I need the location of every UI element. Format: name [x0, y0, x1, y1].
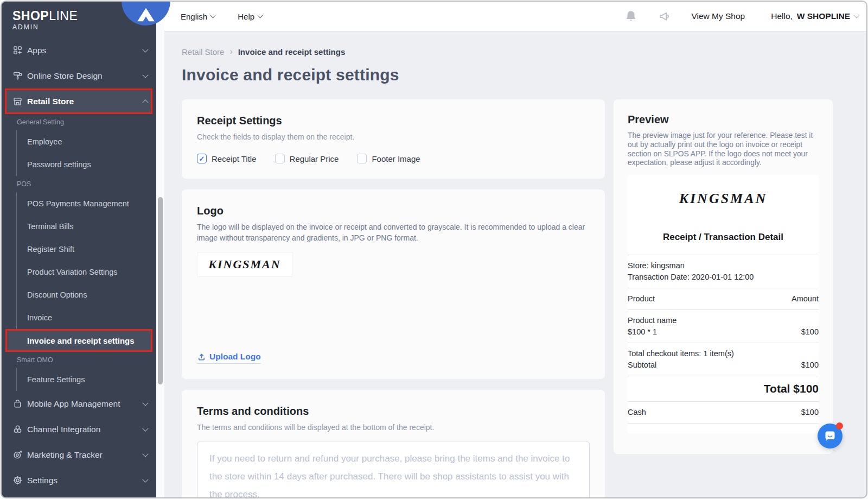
receipt-subtotal-amount: $100 — [801, 359, 819, 371]
storefront-icon — [12, 96, 23, 106]
sidebar-item-marketing-tracker[interactable]: Marketing & Tracker — [2, 442, 156, 468]
chevron-down-icon — [258, 12, 263, 18]
sidebar-item-product-variation-settings[interactable]: Product Variation Settings — [17, 261, 156, 283]
sidebar-item-retail-store[interactable]: Retail Store — [2, 89, 156, 114]
checkbox-unchecked-icon[interactable] — [357, 154, 367, 163]
receipt-item-qty: $100 * 1 — [628, 326, 657, 338]
sidebar-section-general-setting: General Setting — [2, 114, 156, 130]
chevron-down-icon — [142, 72, 148, 78]
checkbox-checked-icon[interactable] — [197, 154, 207, 163]
receipt-title: Receipt / Transaction Detail — [628, 232, 819, 243]
main-content: Retail Store › Invoice and receipt setti… — [164, 31, 866, 497]
sidebar-item-label: Retail Store — [27, 97, 74, 106]
sidebar-item-feature-settings[interactable]: Feature Settings — [17, 368, 156, 391]
receipt-subtotal-block: Total checkout items: 1 item(s) Subtotal… — [628, 343, 819, 376]
terms-title: Terms and conditions — [197, 405, 590, 418]
checkbox-unchecked-icon[interactable] — [275, 154, 285, 163]
sidebar-item-invoice[interactable]: Invoice — [17, 306, 156, 329]
sidebar-item-mobile-app-management[interactable]: Mobile App Management — [2, 391, 156, 416]
breadcrumb-separator-icon: › — [229, 47, 232, 56]
receipt-store-line: Store: kingsman — [628, 260, 819, 271]
checkbox-footer-image[interactable]: Footer Image — [357, 154, 420, 163]
receipt-subtotal-label: Subtotal — [628, 359, 656, 371]
paint-roller-icon — [12, 71, 23, 81]
sidebar: SHOPLINE ADMIN Apps Online Store Design … — [2, 2, 156, 497]
receipt-cash-label: Cash — [628, 407, 646, 418]
chevron-down-icon — [142, 451, 148, 457]
sidebar-nav: Apps Online Store Design Retail Store Ge… — [2, 37, 156, 493]
sidebar-item-label: Apps — [27, 46, 46, 55]
sidebar-group: Feature Settings — [16, 368, 156, 391]
sidebar-item-settings[interactable]: Settings — [2, 468, 156, 493]
settings-column: Receipt Settings Check the fields to dis… — [182, 99, 605, 498]
app-window: SHOPLINE ADMIN Apps Online Store Design … — [1, 1, 867, 498]
receipt-date-line: Transaction Date: 2020-01-01 12:00 — [628, 271, 819, 283]
channels-icon — [12, 424, 23, 434]
upload-logo-button[interactable]: Upload Logo — [197, 352, 261, 364]
page-title: Invoice and receipt settings — [182, 66, 866, 84]
receipt-store-block: Store: kingsman Transaction Date: 2020-0… — [628, 255, 819, 288]
target-icon — [12, 450, 23, 460]
chevron-up-icon — [142, 99, 148, 105]
gear-icon — [12, 475, 23, 485]
preview-description: The preview image just for your referenc… — [628, 131, 819, 168]
chevron-down-icon — [853, 12, 859, 18]
apps-grid-icon — [12, 45, 23, 55]
brand-subtitle: ADMIN — [12, 23, 156, 31]
megaphone-icon[interactable] — [658, 9, 672, 23]
scrollbar-thumb[interactable] — [158, 197, 163, 384]
logo-card: Logo The logo will be displayed on the i… — [182, 190, 605, 379]
receipt-settings-description: Check the fields to display them on the … — [197, 131, 590, 142]
receipt-settings-card: Receipt Settings Check the fields to dis… — [182, 99, 605, 179]
chevron-down-icon — [142, 46, 148, 52]
sidebar-item-online-store-design[interactable]: Online Store Design — [2, 63, 156, 89]
receipt-item-amount: $100 — [801, 326, 819, 338]
sidebar-item-register-shift[interactable]: Register Shift — [17, 238, 156, 261]
breadcrumb-current: Invoice and receipt settings — [238, 47, 346, 56]
language-selector[interactable]: English — [181, 12, 215, 21]
sidebar-item-discount-options[interactable]: Discount Options — [17, 283, 156, 306]
checkbox-regular-price[interactable]: Regular Price — [275, 154, 339, 163]
logo-description: The logo will be displayed on the invoic… — [197, 222, 593, 243]
checkbox-row: Receipt Title Regular Price Footer Image — [197, 154, 590, 163]
chat-widget-button[interactable] — [818, 424, 843, 449]
brand-name-bold: SHOP — [12, 9, 49, 23]
chevron-down-icon — [142, 400, 148, 406]
help-menu[interactable]: Help — [238, 12, 262, 21]
terms-textarea[interactable] — [197, 441, 590, 498]
sidebar-item-channel-integration[interactable]: Channel Integration — [2, 416, 156, 442]
sidebar-group: POS Payments Management Terminal Bills R… — [16, 192, 156, 352]
logo-title: Logo — [197, 205, 590, 217]
receipt-logo: KINGSMAN — [628, 191, 819, 207]
sidebar-item-pos-payments-management[interactable]: POS Payments Management — [17, 192, 156, 215]
topbar: English Help View My Shop Hello, W SHOPL… — [164, 2, 866, 31]
chat-bubble-icon — [823, 429, 837, 443]
receipt-cash-row: Cash $100 — [628, 402, 819, 424]
brand-name-light: LINE — [49, 9, 78, 23]
receipt-cash-amount: $100 — [801, 407, 819, 418]
sidebar-section-smart-omo: Smart OMO — [2, 352, 156, 368]
sidebar-item-invoice-and-receipt-settings[interactable]: Invoice and receipt settings — [17, 329, 156, 352]
topbar-right: View My Shop Hello, W SHOPLINE — [624, 9, 859, 23]
breadcrumb-parent[interactable]: Retail Store — [182, 47, 224, 56]
sidebar-item-apps[interactable]: Apps — [2, 37, 156, 63]
preview-card: Preview The preview image just for your … — [614, 99, 833, 454]
sidebar-scrollbar[interactable] — [156, 2, 164, 497]
breadcrumb: Retail Store › Invoice and receipt setti… — [182, 47, 866, 56]
chevron-down-icon — [210, 12, 216, 18]
sidebar-item-terminal-bills[interactable]: Terminal Bills — [17, 215, 156, 238]
receipt-item-name: Product name — [628, 315, 819, 326]
upload-icon — [197, 352, 206, 362]
logo-image: KINGSMAN — [197, 252, 292, 277]
sidebar-item-password-settings[interactable]: Password settings — [17, 153, 156, 176]
view-my-shop-link[interactable]: View My Shop — [691, 11, 745, 21]
receipt-item-block: Product name $100 * 1 $100 — [628, 310, 819, 343]
sidebar-item-employee[interactable]: Employee — [17, 130, 156, 153]
receipt-preview: KINGSMAN Receipt / Transaction Detail St… — [628, 175, 819, 433]
user-menu[interactable]: Hello, W SHOPLINE — [771, 11, 859, 21]
bell-icon[interactable] — [624, 9, 638, 23]
shopping-bag-icon — [12, 399, 23, 409]
sidebar-group: Employee Password settings — [16, 130, 156, 176]
receipt-total-row: Total $100 — [628, 376, 819, 402]
checkbox-receipt-title[interactable]: Receipt Title — [197, 154, 257, 163]
